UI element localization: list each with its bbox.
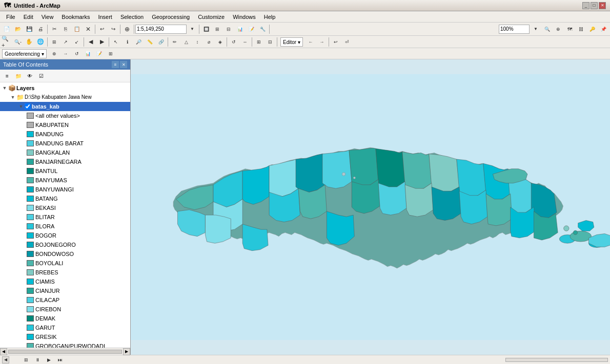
maximize-btn[interactable]: □	[591, 2, 598, 9]
tool-btn2[interactable]: ⊞	[212, 24, 223, 35]
toc-legend-entry[interactable]: <all other values>	[0, 111, 130, 120]
open-btn[interactable]: 📂	[12, 24, 24, 35]
measure-btn[interactable]: 📏	[144, 36, 155, 48]
tool-btn1[interactable]: 🔲	[200, 24, 212, 35]
toc-list-by-selection[interactable]: ☑	[36, 71, 46, 81]
status-btn2[interactable]: ⏸	[33, 356, 42, 364]
forward-btn[interactable]: ▶	[96, 36, 108, 48]
toc-legend-entry[interactable]: BANYUMAS	[0, 176, 130, 185]
status-scroll-track[interactable]	[505, 358, 608, 362]
geo-btn4[interactable]: 📊	[83, 48, 94, 59]
tool-f[interactable]: 📌	[598, 24, 609, 35]
toc-legend-entry[interactable]: BANGKALAN	[0, 148, 130, 157]
tool-c[interactable]: 🗺	[564, 24, 575, 35]
scale-dropdown[interactable]: ▼	[187, 24, 198, 35]
toc-legend-entry[interactable]: BOJONEGORO	[0, 240, 130, 249]
menu-geoprocessing[interactable]: Geoprocessing	[148, 13, 194, 21]
toc-legend-entry[interactable]: CIREBON	[0, 305, 130, 314]
flip-btn[interactable]: ↔	[239, 36, 251, 48]
toc-legend-entry[interactable]: BOYOLALI	[0, 259, 130, 268]
expander-layers[interactable]: ▼	[1, 84, 8, 92]
toc-legend-entry[interactable]: CIANJUR	[0, 286, 130, 295]
status-btn1[interactable]: ⊞	[22, 356, 31, 364]
undo-btn[interactable]: ↩	[96, 24, 108, 35]
fixed-zoom-out[interactable]: ↙	[71, 36, 83, 48]
tool-extra1[interactable]: ⊞	[253, 36, 265, 48]
toc-legend-entry[interactable]: BANDUNG BARAT	[0, 139, 130, 148]
scale-input[interactable]	[135, 25, 187, 34]
hyperlink-btn[interactable]: 🔗	[155, 36, 167, 48]
menu-view[interactable]: View	[37, 13, 58, 21]
redo-btn[interactable]: ↪	[108, 24, 119, 35]
delete-btn[interactable]: ✕	[83, 24, 94, 35]
minimize-btn[interactable]: _	[582, 2, 589, 9]
toc-legend-entry[interactable]: GRESIK	[0, 332, 130, 341]
geo-btn2[interactable]: →	[60, 48, 71, 59]
add-data-btn[interactable]: ⊕	[121, 24, 133, 35]
toc-legend-entry[interactable]: BANTUL	[0, 166, 130, 176]
toc-legend-entry[interactable]: BLORA	[0, 222, 130, 231]
scroll-left-btn[interactable]: ◀	[0, 348, 7, 355]
toc-list-by-visibility[interactable]: 👁	[25, 71, 35, 81]
toc-layer-batas-kab[interactable]: ▼ batas_kab	[0, 102, 130, 111]
tool-sp1[interactable]: ↩	[330, 36, 341, 48]
new-btn[interactable]: 📄	[1, 24, 12, 35]
select-btn[interactable]: ↖	[110, 36, 121, 48]
copy-btn[interactable]: ⎘	[60, 24, 71, 35]
pan-btn[interactable]: ✋	[24, 36, 35, 48]
toc-legend-entry[interactable]: GROBOGAN/PURWODADI	[0, 341, 130, 348]
toc-legend-entry[interactable]: BANJARNEGARA	[0, 157, 130, 166]
expander-folder[interactable]: ▼	[9, 94, 16, 101]
tool-btn3[interactable]: ⊟	[223, 24, 234, 35]
zoom-percent-input[interactable]	[499, 25, 530, 34]
geo-btn5[interactable]: 📝	[94, 48, 105, 59]
toc-legend-entry[interactable]: BANDUNG	[0, 130, 130, 139]
toc-legend-entry[interactable]: GARUT	[0, 323, 130, 332]
tool-extra2[interactable]: ⊟	[265, 36, 276, 48]
tool-sp2[interactable]: ⏎	[341, 36, 353, 48]
toc-list-by-drawing-order[interactable]: ≡	[2, 71, 12, 81]
tool-nav2[interactable]: →	[316, 36, 328, 48]
menu-customize[interactable]: Customize	[194, 13, 229, 21]
toc-content[interactable]: ▼ 📦 Layers ▼ 📁 D:\Shp Kabupaten Jawa New…	[0, 82, 130, 348]
print-btn[interactable]: 🖨	[35, 24, 46, 35]
tool-draw3[interactable]: ⌀	[203, 36, 214, 48]
save-btn[interactable]: 💾	[24, 24, 35, 35]
toc-float-btn[interactable]: ≡	[112, 61, 119, 68]
close-btn[interactable]: ✕	[599, 2, 606, 9]
toc-legend-entry[interactable]: KABUPATEN	[0, 120, 130, 130]
toc-root-layers[interactable]: ▼ 📦 Layers	[0, 83, 130, 93]
tool-e[interactable]: 🔑	[586, 24, 598, 35]
identify-btn[interactable]: ℹ	[121, 36, 133, 48]
toc-close-btn[interactable]: ✕	[120, 61, 127, 68]
toc-list-by-source[interactable]: 📁	[13, 71, 24, 81]
map-area[interactable]	[131, 59, 610, 355]
toc-legend-entry[interactable]: BEKASI	[0, 203, 130, 212]
toc-legend-entry[interactable]: DEMAK	[0, 314, 130, 323]
menu-help[interactable]: Help	[260, 13, 280, 21]
status-btn4[interactable]: ⏭	[55, 356, 65, 364]
tool-draw4[interactable]: ◈	[214, 36, 226, 48]
toc-legend-entry[interactable]: BLITAR	[0, 212, 130, 222]
toc-legend-entry[interactable]: CIAMIS	[0, 277, 130, 286]
toc-folder[interactable]: ▼ 📁 D:\Shp Kabupaten Jawa New	[0, 93, 130, 102]
tool-btn5[interactable]: 📝	[246, 24, 257, 35]
fixed-zoom-in[interactable]: ↗	[60, 36, 71, 48]
scrollbar-track-h[interactable]	[8, 350, 122, 354]
toc-legend-entry[interactable]: BATANG	[0, 194, 130, 203]
paste-btn[interactable]: 📋	[71, 24, 83, 35]
tool-draw1[interactable]: △	[180, 36, 192, 48]
edit-vertices[interactable]: ✏	[169, 36, 180, 48]
status-btn3[interactable]: ▶	[44, 356, 53, 364]
tool-b[interactable]: ⊕	[553, 24, 564, 35]
toc-legend-entry[interactable]: BANYUWANGI	[0, 185, 130, 194]
menu-file[interactable]: File	[2, 13, 19, 21]
menu-bookmarks[interactable]: Bookmarks	[57, 13, 94, 21]
expander-batas-kab[interactable]: ▼	[17, 103, 25, 110]
editor-dropdown[interactable]: Editor ▾	[280, 37, 303, 47]
zoom-in-btn[interactable]: 🔍+	[1, 36, 12, 48]
geo-btn6[interactable]: ⊞	[105, 48, 116, 59]
scroll-left-status[interactable]: ◀	[2, 356, 9, 363]
zoom-out-btn[interactable]: 🔍-	[12, 36, 24, 48]
rotate-btn[interactable]: ↺	[228, 36, 239, 48]
